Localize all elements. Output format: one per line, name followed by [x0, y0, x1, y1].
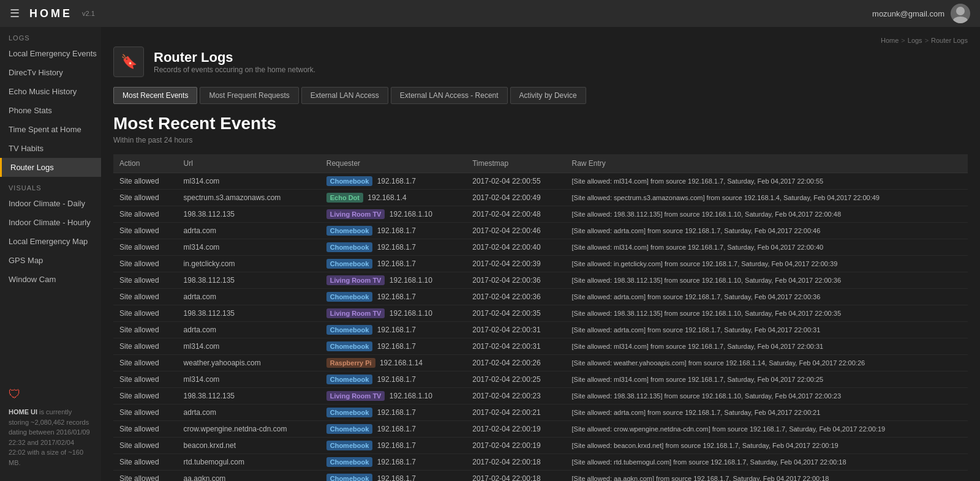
- user-avatar: [951, 4, 970, 23]
- sidebar-item-tv-habits[interactable]: TV Habits: [0, 139, 101, 158]
- cell-url: 198.38.112.135: [178, 206, 320, 223]
- requester-badge: Living Room TV: [326, 308, 385, 318]
- cell-url: ml314.com: [178, 239, 320, 256]
- table-row: Site allowed 198.38.112.135 Living Room …: [113, 206, 968, 223]
- cell-timestamp: 2017-02-04 22:00:40: [466, 239, 565, 256]
- col-raw-entry: Raw Entry: [566, 154, 968, 173]
- table-row: Site allowed adrta.com Chomebook 192.168…: [113, 322, 968, 338]
- cell-url: adrta.com: [178, 322, 320, 338]
- table-row: Site allowed crow.wpengine.netdna-cdn.co…: [113, 421, 968, 438]
- table-row: Site allowed ml314.com Chomebook 192.168…: [113, 239, 968, 256]
- table-row: Site allowed 198.38.112.135 Living Room …: [113, 272, 968, 289]
- cell-requester: Living Room TV 192.168.1.10: [320, 305, 467, 322]
- cell-raw: [Site allowed: aa.agkn.com] from source …: [566, 471, 968, 482]
- requester-ip: 192.168.1.14: [380, 359, 423, 367]
- sidebar-item-indoor-climate-hourly[interactable]: Indoor Climate - Hourly: [0, 213, 101, 232]
- user-email: mozunk@gmail.com: [872, 9, 944, 18]
- topbar-left: ☰ HOME v2.1: [10, 7, 95, 20]
- cell-requester: Chomebook 192.168.1.7: [320, 438, 467, 454]
- sidebar-item-phone-stats[interactable]: Phone Stats: [0, 101, 101, 120]
- requester-ip: 192.168.1.7: [377, 441, 416, 450]
- requester-badge: Chomebook: [326, 226, 373, 236]
- app-title: HOME: [29, 7, 72, 20]
- cell-timestamp: 2017-02-04 22:00:36: [466, 289, 565, 305]
- col-url: Url: [178, 154, 320, 173]
- cell-url: adrta.com: [178, 405, 320, 421]
- breadcrumb-router-logs[interactable]: Router Logs: [931, 37, 968, 44]
- cell-url: rtd.tubemogul.com: [178, 454, 320, 471]
- table-row: Site allowed ml314.com Chomebook 192.168…: [113, 371, 968, 388]
- requester-ip: 192.168.1.4: [368, 193, 406, 202]
- table-row: Site allowed in.getclicky.com Chomebook …: [113, 256, 968, 272]
- cell-raw: [Site allowed: ml314.com] from source 19…: [566, 371, 968, 388]
- cell-requester: Chomebook 192.168.1.7: [320, 421, 467, 438]
- cell-raw: [Site allowed: 198.38.112.135] from sour…: [566, 305, 968, 322]
- table-row: Site allowed spectrum.s3.amazonaws.com E…: [113, 190, 968, 206]
- main-layout: Logs Local Emergency Events DirecTv Hist…: [0, 27, 980, 481]
- cell-action: Site allowed: [113, 454, 178, 471]
- cell-action: Site allowed: [113, 305, 178, 322]
- cell-timestamp: 2017-02-04 22:00:19: [466, 421, 565, 438]
- cell-requester: Chomebook 192.168.1.7: [320, 256, 467, 272]
- col-action: Action: [113, 154, 178, 173]
- requester-ip: 192.168.1.7: [377, 226, 416, 235]
- col-timestamp: Timestmap: [466, 154, 565, 173]
- app-version: v2.1: [82, 10, 95, 17]
- cell-action: Site allowed: [113, 289, 178, 305]
- cell-timestamp: 2017-02-04 22:00:39: [466, 256, 565, 272]
- requester-badge: Chomebook: [326, 292, 373, 302]
- requester-ip: 192.168.1.7: [377, 458, 416, 466]
- breadcrumb-logs[interactable]: Logs: [908, 37, 922, 44]
- cell-timestamp: 2017-02-04 22:00:26: [466, 355, 565, 371]
- requester-badge: Chomebook: [326, 341, 373, 351]
- table-body: Site allowed ml314.com Chomebook 192.168…: [113, 173, 968, 482]
- requester-badge: Raspberry Pi: [326, 358, 375, 368]
- cell-raw: [Site allowed: weather.yahooapis.com] fr…: [566, 355, 968, 371]
- cell-action: Site allowed: [113, 272, 178, 289]
- cell-action: Site allowed: [113, 239, 178, 256]
- table-row: Site allowed ml314.com Chomebook 192.168…: [113, 173, 968, 190]
- topbar: ☰ HOME v2.1 mozunk@gmail.com: [0, 0, 980, 27]
- sidebar-item-local-emergency-map[interactable]: Local Emergency Map: [0, 232, 101, 251]
- cell-raw: [Site allowed: adrta.com] from source 19…: [566, 289, 968, 305]
- cell-requester: Chomebook 192.168.1.7: [320, 239, 467, 256]
- table-row: Site allowed adrta.com Chomebook 192.168…: [113, 289, 968, 305]
- tab-external-lan-access-recent[interactable]: External LAN Access - Recent: [391, 87, 508, 104]
- sidebar-item-directv-history[interactable]: DirecTv History: [0, 63, 101, 82]
- cell-requester: Chomebook 192.168.1.7: [320, 338, 467, 355]
- sidebar-item-window-cam[interactable]: Window Cam: [0, 270, 101, 289]
- cell-requester: Echo Dot 192.168.1.4: [320, 190, 467, 206]
- breadcrumb-sep1: >: [901, 37, 905, 44]
- sidebar-item-indoor-climate-daily[interactable]: Indoor Climate - Daily: [0, 194, 101, 213]
- cell-requester: Living Room TV 192.168.1.10: [320, 272, 467, 289]
- cell-timestamp: 2017-02-04 22:00:18: [466, 471, 565, 482]
- requester-ip: 192.168.1.10: [390, 309, 432, 318]
- breadcrumb-home[interactable]: Home: [881, 37, 899, 44]
- page-header-text: Router Logs Records of events occuring o…: [154, 50, 315, 74]
- svg-point-1: [953, 17, 968, 23]
- menu-icon[interactable]: ☰: [10, 7, 20, 20]
- sidebar-item-time-spent-at-home[interactable]: Time Spent at Home: [0, 120, 101, 139]
- tab-activity-by-device[interactable]: Activity by Device: [510, 87, 586, 104]
- sidebar-item-local-emergency-events[interactable]: Local Emergency Events: [0, 44, 101, 63]
- sidebar-item-router-logs[interactable]: Router Logs: [0, 158, 101, 177]
- cell-action: Site allowed: [113, 206, 178, 223]
- requester-badge: Chomebook: [326, 474, 373, 481]
- sidebar-item-echo-music-history[interactable]: Echo Music History: [0, 82, 101, 101]
- tab-most-recent-events[interactable]: Most Recent Events: [113, 87, 197, 104]
- cell-url: adrta.com: [178, 289, 320, 305]
- requester-badge: Chomebook: [326, 424, 373, 434]
- cell-timestamp: 2017-02-04 22:00:31: [466, 322, 565, 338]
- tab-most-frequent-requests[interactable]: Most Frequent Requests: [200, 87, 298, 104]
- section-subtitle: Within the past 24 hours: [113, 136, 968, 144]
- cell-url: 198.38.112.135: [178, 305, 320, 322]
- requester-badge: Chomebook: [326, 408, 373, 417]
- sidebar-item-gps-map[interactable]: GPS Map: [0, 251, 101, 270]
- cell-url: aa.agkn.com: [178, 471, 320, 482]
- requester-badge: Chomebook: [326, 176, 373, 186]
- requester-badge: Chomebook: [326, 259, 373, 269]
- cell-action: Site allowed: [113, 421, 178, 438]
- tab-external-lan-access[interactable]: External LAN Access: [301, 87, 388, 104]
- cell-timestamp: 2017-02-04 22:00:55: [466, 173, 565, 190]
- sidebar: Logs Local Emergency Events DirecTv Hist…: [0, 27, 101, 481]
